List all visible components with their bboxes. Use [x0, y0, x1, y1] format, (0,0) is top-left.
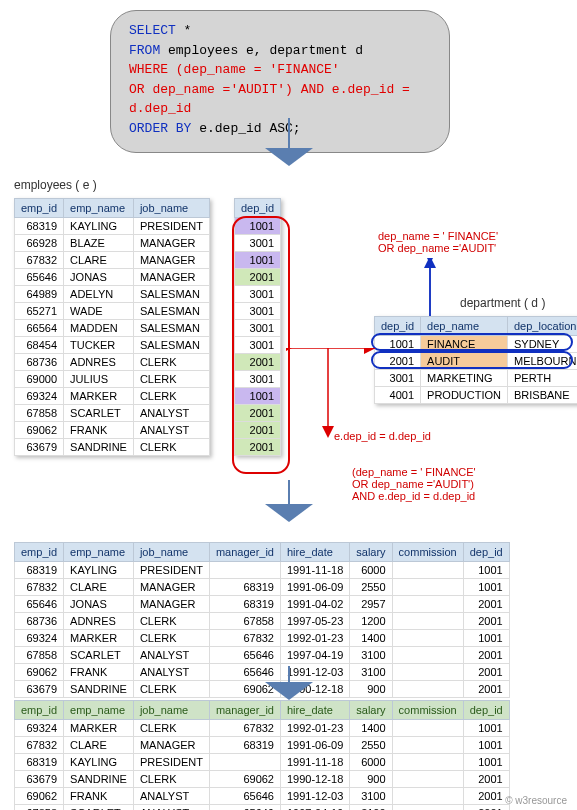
flow-arrow-3-head	[265, 682, 313, 700]
col-emp_name: emp_name	[64, 199, 134, 218]
table-row: 67858SCARLETANALYST	[15, 405, 210, 422]
col-emp_name: emp_name	[64, 543, 134, 562]
table-row: 68319KAYLINGPRESIDENT	[15, 218, 210, 235]
col-hire_date: hire_date	[280, 543, 349, 562]
table-row: 2001	[235, 422, 281, 439]
table-row: 63679SANDRINECLERK690621990-12-189002001	[15, 681, 510, 698]
sql-orderby-col: e.dep_id ASC	[199, 121, 293, 136]
table-row: 68736ADNRESCLERK678581997-05-2312002001	[15, 613, 510, 630]
table-row: 3001	[235, 337, 281, 354]
table-row: 2001	[235, 405, 281, 422]
table-row: 65646JONASMANAGER683191991-04-0229572001	[15, 596, 510, 613]
sql-star: *	[176, 23, 192, 38]
col-manager_id: manager_id	[209, 701, 280, 720]
table-row: 1001	[235, 218, 281, 235]
table-row: 68319KAYLINGPRESIDENT1991-11-1860001001	[15, 754, 510, 771]
flow-arrow-1-stem	[288, 118, 290, 148]
col-salary: salary	[350, 701, 392, 720]
table-row: 67832CLAREMANAGER683191991-06-0925501001	[15, 737, 510, 754]
employees-table-title: employees ( e )	[14, 178, 97, 192]
result-table-join: emp_idemp_namejob_namemanager_idhire_dat…	[14, 542, 510, 698]
result-table-ordered: emp_idemp_namejob_namemanager_idhire_dat…	[14, 700, 510, 810]
table-row: 69324MARKERCLERK678321992-01-2314001001	[15, 720, 510, 737]
col-emp_id: emp_id	[15, 199, 64, 218]
col-dep_id: dep_id	[463, 543, 509, 562]
flow-arrow-1-head	[265, 148, 313, 166]
table-row: 1001FINANCESYDNEY	[375, 336, 578, 353]
col-commission: commission	[392, 701, 463, 720]
department-table: dep_iddep_namedep_location 1001FINANCESY…	[374, 316, 577, 404]
sql-where1: WHERE (dep_name = 'FINANCE'	[129, 62, 340, 77]
table-row: 69062FRANKANALYST656461991-12-0331002001	[15, 788, 510, 805]
col-emp_id: emp_id	[15, 701, 64, 720]
table-row: 3001	[235, 371, 281, 388]
col-dep-id: dep_id	[235, 199, 281, 218]
table-row: 3001	[235, 320, 281, 337]
table-row: 3001	[235, 235, 281, 252]
table-row: 69324MARKERCLERK	[15, 388, 210, 405]
employees-table: emp_idemp_namejob_name 68319KAYLINGPRESI…	[14, 198, 210, 456]
col-hire_date: hire_date	[280, 701, 349, 720]
table-row: 64989ADELYNSALESMAN	[15, 286, 210, 303]
col-commission: commission	[392, 543, 463, 562]
table-row: 67832CLAREMANAGER683191991-06-0925501001	[15, 579, 510, 596]
table-row: 68454TUCKERSALESMAN	[15, 337, 210, 354]
col-dep_id: dep_id	[463, 701, 509, 720]
table-row: 63679SANDRINECLERK	[15, 439, 210, 456]
sql-from-kw: FROM	[129, 43, 168, 58]
table-row: 2001	[235, 269, 281, 286]
col-job_name: job_name	[133, 543, 209, 562]
sql-orderby-kw: ORDER BY	[129, 121, 199, 136]
annot-join-cond: e.dep_id = d.dep_id	[334, 430, 431, 442]
table-row: 1001	[235, 388, 281, 405]
table-row: 1001	[235, 252, 281, 269]
table-row: 66564MADDENSALESMAN	[15, 320, 210, 337]
col-emp_name: emp_name	[64, 701, 134, 720]
table-row: 67858SCARLETANALYST656461997-04-19310020…	[15, 805, 510, 811]
table-row: 66928BLAZEMANAGER	[15, 235, 210, 252]
footer-credit: © w3resource	[505, 795, 567, 806]
table-row: 2001	[235, 354, 281, 371]
col-manager_id: manager_id	[209, 543, 280, 562]
table-row: 69000JULIUSCLERK	[15, 371, 210, 388]
col-dep_location: dep_location	[508, 317, 578, 336]
table-row: 3001	[235, 303, 281, 320]
table-row: 69062FRANKANALYST	[15, 422, 210, 439]
table-row: 69324MARKERCLERK678321992-01-2314001001	[15, 630, 510, 647]
table-row: 4001PRODUCTIONBRISBANE	[375, 387, 578, 404]
table-row: 2001	[235, 439, 281, 456]
table-row: 65271WADESALESMAN	[15, 303, 210, 320]
department-table-title: department ( d )	[460, 296, 545, 310]
annot-full-cond: (dep_name = ' FINANCE' OR dep_name ='AUD…	[352, 466, 476, 502]
table-row: 63679SANDRINECLERK690621990-12-189002001	[15, 771, 510, 788]
sql-where2: OR dep_name ='AUDIT') AND e.dep_id = d.d…	[129, 82, 410, 117]
table-row: 68736ADNRESCLERK	[15, 354, 210, 371]
sql-from-tables: employees e, department d	[168, 43, 363, 58]
col-dep_name: dep_name	[421, 317, 508, 336]
col-dep_id: dep_id	[375, 317, 421, 336]
col-job_name: job_name	[133, 701, 209, 720]
sql-query-box: SELECT * FROM employees e, department d …	[110, 10, 450, 153]
sql-select: SELECT	[129, 23, 176, 38]
annot-where-cond: dep_name = ' FINANCE' OR dep_name ='AUDI…	[378, 230, 498, 254]
table-row: 3001	[235, 286, 281, 303]
flow-arrow-3-stem	[288, 666, 290, 682]
col-emp_id: emp_id	[15, 543, 64, 562]
sql-semicolon: ;	[293, 121, 301, 136]
col-job_name: job_name	[133, 199, 209, 218]
table-row: 68319KAYLINGPRESIDENT1991-11-1860001001	[15, 562, 510, 579]
employees-depid-column: dep_id 100130011001200130013001300130012…	[234, 198, 281, 456]
table-row: 2001AUDITMELBOURNE	[375, 353, 578, 370]
table-row: 65646JONASMANAGER	[15, 269, 210, 286]
table-row: 67858SCARLETANALYST656461997-04-19310020…	[15, 647, 510, 664]
col-salary: salary	[350, 543, 392, 562]
table-row: 67832CLAREMANAGER	[15, 252, 210, 269]
blue-arrow-up	[416, 258, 446, 318]
table-row: 3001MARKETINGPERTH	[375, 370, 578, 387]
flow-arrow-2-head	[265, 504, 313, 522]
table-row: 69062FRANKANALYST656461991-12-0331002001	[15, 664, 510, 681]
flow-arrow-2-stem	[288, 480, 290, 504]
